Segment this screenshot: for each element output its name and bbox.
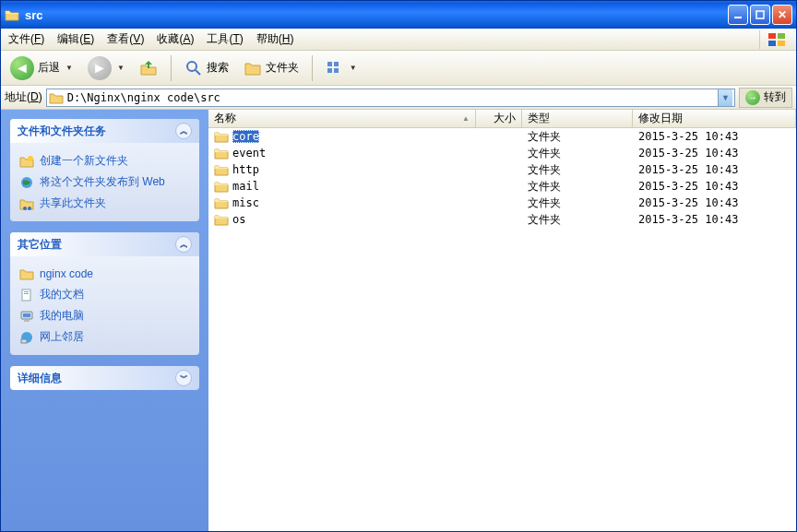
menu-file[interactable]: 文件(F)	[8, 31, 44, 47]
file-name-cell: core	[208, 130, 476, 143]
file-type-cell: 文件夹	[522, 195, 633, 211]
separator	[171, 55, 172, 81]
back-dropdown-icon[interactable]: ▼	[65, 64, 73, 72]
up-folder-icon	[139, 59, 158, 77]
svg-rect-21	[24, 320, 30, 322]
search-button[interactable]: 搜索	[179, 54, 234, 82]
menu-edit[interactable]: 编辑(E)	[57, 31, 94, 47]
windows-flag-icon	[759, 30, 792, 49]
file-name-cell: os	[208, 213, 476, 226]
file-row[interactable]: event文件夹2015-3-25 10:43	[208, 145, 796, 161]
place-my-documents[interactable]: 我的文档	[19, 284, 190, 305]
file-row[interactable]: http文件夹2015-3-25 10:43	[208, 161, 796, 178]
file-type-cell: 文件夹	[522, 146, 633, 161]
svg-rect-3	[778, 33, 785, 39]
svg-line-7	[196, 70, 200, 75]
up-button[interactable]	[134, 54, 163, 82]
folder-icon	[5, 7, 19, 22]
place-network[interactable]: 网上邻居	[19, 326, 190, 348]
file-type-cell: 文件夹	[522, 162, 633, 178]
documents-icon	[19, 288, 34, 302]
back-icon: ◄	[10, 56, 34, 80]
window-buttons: ✕	[728, 5, 792, 25]
svg-rect-4	[768, 41, 776, 46]
file-row[interactable]: mail文件夹2015-3-25 10:43	[208, 178, 796, 195]
menubar: 文件(F) 编辑(E) 查看(V) 收藏(A) 工具(T) 帮助(H)	[1, 29, 796, 51]
forward-dropdown-icon[interactable]: ▼	[117, 64, 125, 72]
columns-header: 名称▲ 大小 类型 修改日期	[208, 110, 796, 128]
address-dropdown-icon[interactable]: ▼	[718, 89, 732, 106]
menu-tools[interactable]: 工具(T)	[207, 31, 243, 47]
file-row[interactable]: misc文件夹2015-3-25 10:43	[208, 195, 796, 211]
svg-rect-11	[334, 68, 339, 73]
column-type[interactable]: 类型	[522, 110, 633, 127]
file-type-cell: 文件夹	[522, 129, 633, 145]
other-places-header[interactable]: 其它位置 ︽	[10, 232, 199, 256]
file-date-cell: 2015-3-25 10:43	[633, 180, 796, 193]
svg-rect-1	[756, 11, 764, 18]
back-button[interactable]: ◄ 后退 ▼	[5, 54, 78, 82]
file-date-cell: 2015-3-25 10:43	[633, 196, 796, 209]
computer-icon	[19, 309, 34, 324]
svg-rect-17	[24, 291, 29, 292]
address-input[interactable]: D:\Nginx\nginx code\src ▼	[46, 89, 735, 107]
task-new-folder[interactable]: 创建一个新文件夹	[19, 150, 190, 171]
collapse-icon[interactable]: ︽	[175, 236, 192, 253]
column-name[interactable]: 名称▲	[208, 110, 476, 127]
folders-icon	[244, 59, 262, 77]
go-button[interactable]: → 转到	[739, 88, 792, 108]
sort-asc-icon: ▲	[462, 114, 470, 123]
file-rows[interactable]: core文件夹2015-3-25 10:43event文件夹2015-3-25 …	[208, 128, 796, 531]
address-path: D:\Nginx\nginx code\src	[67, 91, 718, 104]
toolbar: ◄ 后退 ▼ ► ▼ 搜索 文件夹 ▼	[1, 51, 796, 86]
details-panel: 详细信息 ︾	[10, 366, 199, 390]
file-list: 名称▲ 大小 类型 修改日期 core文件夹2015-3-25 10:43eve…	[208, 110, 796, 531]
file-date-cell: 2015-3-25 10:43	[633, 130, 796, 143]
folders-button[interactable]: 文件夹	[238, 54, 304, 82]
details-header[interactable]: 详细信息 ︾	[10, 366, 199, 390]
svg-point-14	[23, 207, 27, 210]
file-name-cell: mail	[208, 180, 476, 193]
svg-rect-20	[23, 313, 30, 317]
tasks-panel: 文件和文件夹任务 ︽ 创建一个新文件夹 将这个文件夹发布到 Web 共享此文件夹	[10, 119, 199, 221]
svg-point-12	[28, 156, 33, 161]
column-date[interactable]: 修改日期	[633, 110, 796, 127]
other-places-body: nginx code 我的文档 我的电脑 网上邻居	[10, 256, 199, 355]
tasks-panel-header[interactable]: 文件和文件夹任务 ︽	[10, 119, 199, 143]
forward-button[interactable]: ► ▼	[82, 54, 130, 82]
file-row[interactable]: core文件夹2015-3-25 10:43	[208, 128, 796, 145]
maximize-button[interactable]	[750, 5, 770, 25]
file-type-cell: 文件夹	[522, 212, 633, 228]
views-icon	[326, 59, 344, 77]
place-parent-folder[interactable]: nginx code	[19, 264, 190, 284]
menu-view[interactable]: 查看(V)	[107, 31, 144, 47]
place-my-computer[interactable]: 我的电脑	[19, 305, 190, 326]
menu-favorites[interactable]: 收藏(A)	[157, 31, 194, 47]
search-icon	[184, 59, 203, 77]
close-button[interactable]: ✕	[772, 5, 792, 25]
file-row[interactable]: os文件夹2015-3-25 10:43	[208, 211, 796, 228]
views-button[interactable]: ▼	[320, 54, 363, 82]
share-folder-icon	[19, 196, 34, 211]
svg-rect-23	[21, 339, 27, 343]
file-date-cell: 2015-3-25 10:43	[633, 147, 796, 160]
collapse-icon[interactable]: ︽	[175, 123, 192, 139]
tasks-panel-body: 创建一个新文件夹 将这个文件夹发布到 Web 共享此文件夹	[10, 143, 199, 221]
svg-rect-2	[768, 33, 776, 39]
svg-rect-5	[778, 41, 785, 46]
file-name-cell: misc	[208, 196, 476, 209]
file-name-cell: event	[208, 147, 476, 160]
file-type-cell: 文件夹	[522, 179, 633, 195]
column-size[interactable]: 大小	[476, 110, 522, 127]
minimize-button[interactable]	[728, 5, 748, 25]
svg-rect-0	[734, 17, 742, 18]
expand-icon[interactable]: ︾	[175, 370, 192, 386]
other-places-panel: 其它位置 ︽ nginx code 我的文档 我的电脑 网上邻居	[10, 232, 199, 355]
views-dropdown-icon[interactable]: ▼	[350, 64, 357, 72]
task-share-folder[interactable]: 共享此文件夹	[19, 193, 190, 214]
menu-help[interactable]: 帮助(H)	[256, 31, 294, 47]
folder-icon	[49, 90, 64, 105]
network-icon	[19, 330, 34, 345]
titlebar[interactable]: src ✕	[1, 1, 796, 29]
task-publish-web[interactable]: 将这个文件夹发布到 Web	[19, 171, 190, 193]
